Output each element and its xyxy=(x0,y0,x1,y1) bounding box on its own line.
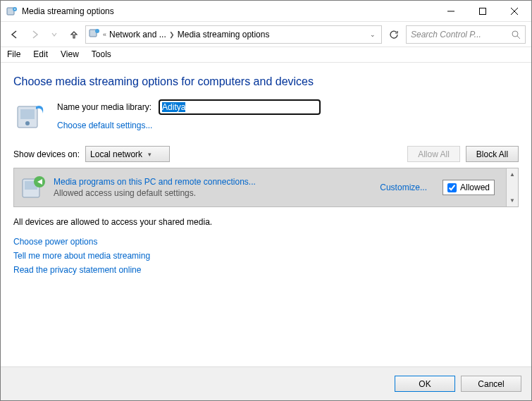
allow-all-button[interactable]: Allow All xyxy=(407,146,460,162)
minimize-button[interactable] xyxy=(435,1,466,21)
menu-view[interactable]: View xyxy=(54,47,85,62)
title-bar: Media streaming options xyxy=(1,1,531,22)
maximize-button[interactable] xyxy=(466,1,498,21)
window-title: Media streaming options xyxy=(22,6,435,16)
svg-point-7 xyxy=(95,29,99,33)
device-item[interactable]: Media programs on this PC and remote con… xyxy=(14,168,506,206)
cancel-button[interactable]: Cancel xyxy=(461,376,521,392)
app-icon xyxy=(6,6,18,17)
name-library-label: Name your media library: xyxy=(57,102,151,112)
learn-more-link[interactable]: Tell me more about media streaming xyxy=(13,251,519,261)
svg-rect-3 xyxy=(479,8,485,14)
up-button[interactable] xyxy=(66,26,82,43)
device-list: Media programs on this PC and remote con… xyxy=(13,168,519,207)
chevron-down-icon: ▾ xyxy=(148,151,151,158)
history-dropdown-button[interactable] xyxy=(46,26,63,43)
dialog-footer: OK Cancel xyxy=(1,366,531,400)
media-library-icon xyxy=(13,99,47,133)
svg-line-9 xyxy=(517,36,520,39)
show-devices-value: Local network xyxy=(90,149,142,159)
choose-default-settings-link[interactable]: Choose default settings... xyxy=(57,121,152,130)
breadcrumb-item[interactable]: Network and ... xyxy=(109,30,166,39)
library-name-input[interactable] xyxy=(159,99,321,115)
breadcrumb-item[interactable]: Media streaming options xyxy=(178,30,270,39)
breadcrumb-separator-icon: « xyxy=(103,31,106,38)
allowed-checkbox-input[interactable] xyxy=(447,183,457,192)
privacy-link[interactable]: Read the privacy statement online xyxy=(13,265,519,275)
menu-edit[interactable]: Edit xyxy=(27,47,54,62)
power-options-link[interactable]: Choose power options xyxy=(13,237,519,247)
search-placeholder: Search Control P... xyxy=(411,30,481,39)
related-links: Choose power options Tell me more about … xyxy=(13,237,519,275)
control-panel-icon xyxy=(89,27,100,41)
device-icon xyxy=(21,175,47,200)
device-title-link[interactable]: Media programs on this PC and remote con… xyxy=(54,177,373,187)
breadcrumb[interactable]: « Network and ... ❯ Media streaming opti… xyxy=(85,25,382,44)
breadcrumb-dropdown-icon[interactable]: ⌄ xyxy=(367,31,378,38)
allowed-checkbox[interactable]: Allowed xyxy=(443,180,495,195)
block-all-button[interactable]: Block All xyxy=(466,146,519,162)
device-list-scrollbar[interactable]: ▲ ▼ xyxy=(506,168,518,206)
scroll-down-icon[interactable]: ▼ xyxy=(509,195,515,206)
show-devices-label: Show devices on: xyxy=(13,149,80,159)
menu-tools[interactable]: Tools xyxy=(85,47,118,62)
navigation-bar: « Network and ... ❯ Media streaming opti… xyxy=(1,22,531,47)
close-button[interactable] xyxy=(498,1,530,21)
ok-button[interactable]: OK xyxy=(395,376,455,392)
customize-link[interactable]: Customize... xyxy=(380,183,427,192)
device-subtitle: Allowed access using default settings. xyxy=(54,188,373,198)
svg-point-12 xyxy=(25,121,30,125)
search-icon xyxy=(511,30,521,39)
refresh-button[interactable] xyxy=(385,25,403,44)
svg-point-8 xyxy=(512,31,518,37)
chevron-right-icon: ❯ xyxy=(169,31,175,38)
menu-file[interactable]: File xyxy=(1,47,27,62)
forward-button[interactable] xyxy=(26,26,43,43)
scroll-up-icon[interactable]: ▲ xyxy=(509,168,515,180)
back-button[interactable] xyxy=(6,26,23,43)
search-input[interactable]: Search Control P... xyxy=(406,25,526,44)
device-filter-row: Show devices on: Local network ▾ Allow A… xyxy=(13,146,519,162)
status-text: All devices are allowed to access your s… xyxy=(13,217,519,227)
content-area: Choose media streaming options for compu… xyxy=(1,63,531,366)
svg-rect-11 xyxy=(20,109,35,119)
library-name-section: Name your media library: Choose default … xyxy=(13,99,519,133)
menu-bar: File Edit View Tools xyxy=(1,47,531,63)
show-devices-dropdown[interactable]: Local network ▾ xyxy=(85,146,170,162)
page-heading: Choose media streaming options for compu… xyxy=(13,75,519,88)
allowed-label: Allowed xyxy=(460,183,490,192)
